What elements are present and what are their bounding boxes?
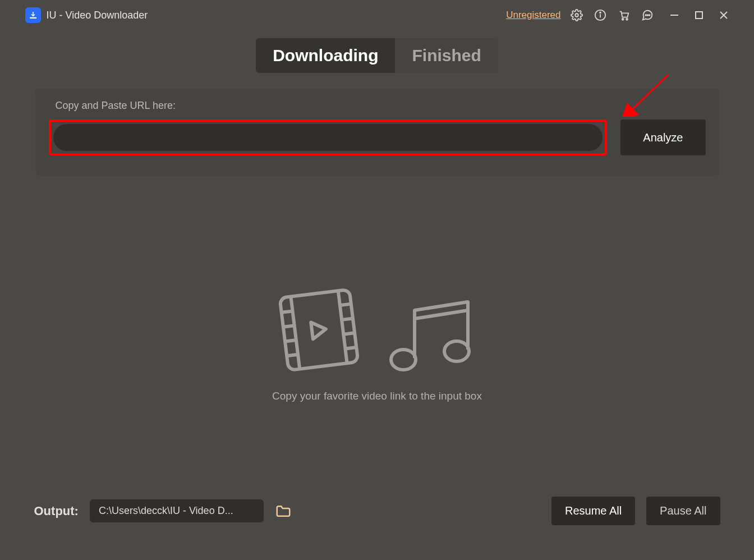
resume-all-button[interactable]: Resume All <box>551 497 635 525</box>
tabs: Downloading Finished <box>256 38 498 73</box>
url-card: Copy and Paste URL here: Analyze <box>35 89 719 176</box>
cart-icon[interactable] <box>617 8 631 22</box>
close-icon[interactable] <box>718 10 729 21</box>
output-label: Output: <box>34 504 79 518</box>
unregistered-link[interactable]: Unregistered <box>506 10 560 21</box>
tabs-container: Downloading Finished <box>17 38 737 73</box>
svg-line-20 <box>285 340 296 341</box>
tab-downloading[interactable]: Downloading <box>256 38 395 73</box>
window-controls <box>669 10 729 21</box>
minimize-icon[interactable] <box>669 10 680 21</box>
empty-icons <box>273 282 482 378</box>
svg-point-4 <box>600 12 601 13</box>
svg-point-8 <box>647 15 648 16</box>
app-window: IU - Video Downloader Unregistered <box>17 0 737 539</box>
svg-line-16 <box>291 297 300 369</box>
url-input[interactable] <box>53 124 603 151</box>
output-path[interactable]: C:\Users\decck\IU - Video D... <box>90 499 264 522</box>
svg-point-27 <box>391 350 416 370</box>
footer: Output: C:\Users\decck\IU - Video D... R… <box>17 486 737 539</box>
svg-point-9 <box>649 15 650 16</box>
svg-line-23 <box>342 318 353 319</box>
svg-line-17 <box>338 291 347 363</box>
empty-text: Copy your favorite video link to the inp… <box>272 390 482 402</box>
svg-rect-11 <box>696 12 702 19</box>
svg-point-7 <box>645 15 646 16</box>
video-icon <box>273 282 365 378</box>
svg-line-22 <box>339 304 351 305</box>
analyze-button[interactable]: Analyze <box>620 120 705 155</box>
app-title: IU - Video Downloader <box>47 10 507 21</box>
svg-point-28 <box>444 341 469 361</box>
titlebar: IU - Video Downloader Unregistered <box>17 0 737 30</box>
maximize-icon[interactable] <box>693 10 705 21</box>
svg-point-1 <box>575 13 578 17</box>
info-icon[interactable] <box>594 8 607 22</box>
url-highlight-box <box>49 120 608 155</box>
speech-bubble-icon[interactable] <box>641 8 654 22</box>
svg-rect-0 <box>30 17 36 19</box>
svg-point-6 <box>626 19 628 20</box>
gear-icon[interactable] <box>570 8 583 22</box>
folder-icon[interactable] <box>275 503 292 520</box>
url-label: Copy and Paste URL here: <box>56 100 706 112</box>
svg-line-25 <box>345 347 356 348</box>
title-actions <box>570 8 654 22</box>
tab-finished[interactable]: Finished <box>395 38 498 73</box>
svg-point-5 <box>622 19 623 20</box>
pause-all-button[interactable]: Pause All <box>646 497 720 525</box>
svg-line-18 <box>281 311 292 312</box>
svg-line-24 <box>343 333 355 334</box>
svg-line-26 <box>415 310 468 319</box>
app-logo-icon <box>25 7 41 23</box>
music-icon <box>381 293 482 378</box>
svg-line-21 <box>287 355 298 356</box>
svg-line-19 <box>283 325 294 327</box>
empty-state: Copy your favorite video link to the inp… <box>17 282 737 402</box>
url-row: Analyze <box>49 120 706 155</box>
